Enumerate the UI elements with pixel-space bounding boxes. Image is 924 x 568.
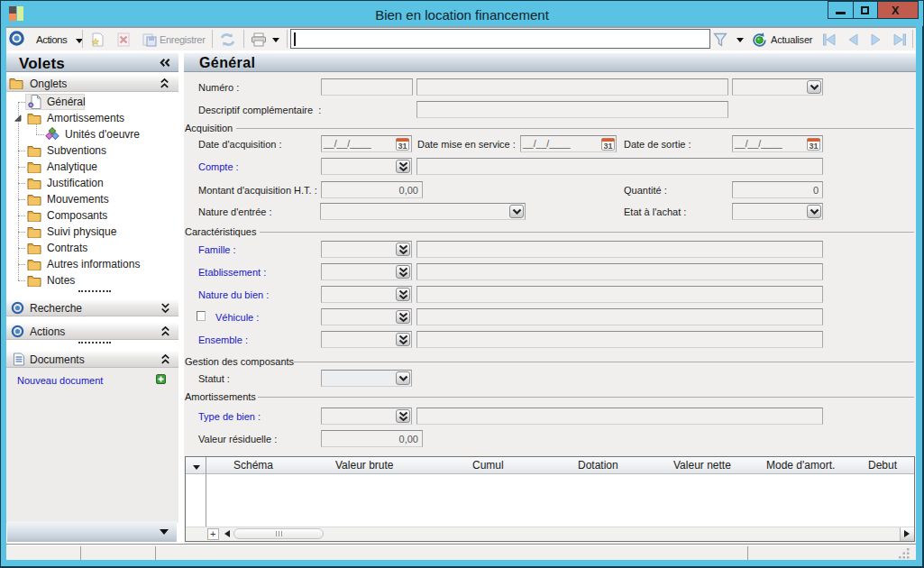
svg-text:31: 31 xyxy=(398,142,407,151)
svg-text:31: 31 xyxy=(603,142,612,151)
svg-text:31: 31 xyxy=(809,142,818,151)
